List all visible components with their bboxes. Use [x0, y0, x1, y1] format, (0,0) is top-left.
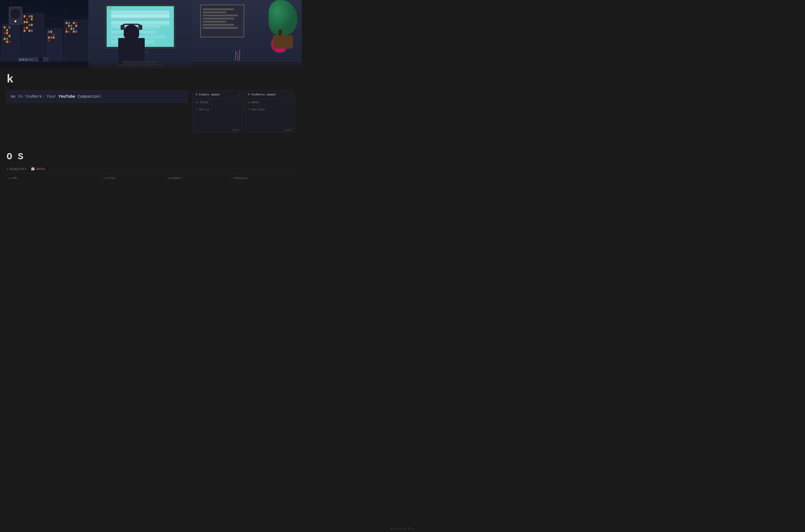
desk-panel	[192, 0, 302, 69]
hero-banner: 🕐	[0, 0, 302, 69]
city-panel: 🕐	[0, 0, 88, 69]
playlist-col-label: Playlist	[235, 177, 248, 180]
videos-aa-icon: Aa	[195, 101, 198, 104]
welcome-after: Companion!	[75, 94, 102, 99]
url-col-icon: Aa	[9, 177, 12, 179]
page-title: k	[7, 73, 295, 86]
character-panel	[88, 0, 192, 69]
welcome-block: me to YouMark: Your YouTube Companion!	[7, 90, 188, 143]
youmarks-note-field: Aa Note	[245, 99, 295, 106]
page-title-section: k	[0, 69, 302, 88]
videos-hash-icon: #	[195, 93, 197, 97]
title-col-label: Title	[107, 177, 115, 180]
videos-empty-row-2	[195, 120, 239, 126]
videos-db-header[interactable]: # Videos added ∨	[192, 91, 243, 99]
videos-empty-rows	[192, 113, 243, 128]
cat-silhouette	[38, 56, 44, 61]
youmarks-empty-row-1	[248, 115, 292, 120]
playlist-col-icon: ≡	[233, 177, 234, 179]
col-youmark: ⊞ YouMark	[166, 175, 231, 181]
dates-tab-label: dates	[36, 167, 45, 171]
desk-tools	[235, 50, 240, 62]
youmark-col-icon: ⊞	[168, 177, 170, 180]
videos-db-title: Videos added	[199, 93, 219, 96]
playlists-tab-label: playlists	[10, 167, 26, 171]
welcome-before: me to YouMark: Your	[11, 94, 59, 99]
col-title: Aa Title	[101, 175, 166, 181]
videos-new-page-label: + New pa	[195, 108, 209, 111]
youmarks-db-header[interactable]: # YouMarks added ∨	[245, 91, 295, 99]
filter-tabs: ≡ playlists 📅 dates	[7, 165, 295, 173]
filter-tab-dates[interactable]: 📅 dates	[31, 166, 45, 172]
youmarks-field-name: Note	[252, 101, 259, 104]
videos-database: # Videos added ∨ Aa Title + New pa COUNT	[192, 90, 243, 133]
youmark-col-label: YouMark	[171, 177, 181, 180]
welcome-content-area	[7, 103, 188, 143]
dates-tab-icon: 📅	[31, 167, 35, 171]
youtube-highlight: YouTube	[59, 94, 75, 99]
youmarks-hash-icon: #	[248, 93, 250, 97]
videos-field-name: Title	[200, 101, 208, 104]
pixel-scene: 🕐	[0, 0, 302, 69]
col-url: Aa URL	[7, 175, 101, 181]
youmarks-count-label: COUNT	[245, 128, 295, 132]
col-playlist: ≡ Playlist	[230, 175, 295, 181]
videos-title-field: Aa Title	[192, 99, 243, 106]
videos-empty-row-1	[195, 115, 239, 120]
youmarks-new-page-button[interactable]: + New page	[245, 106, 295, 113]
playlists-tab-icon: ≡	[7, 167, 8, 171]
videos-count-label: COUNT	[192, 128, 243, 132]
title-col-icon: Aa	[103, 177, 106, 179]
section-title: O S	[7, 152, 295, 162]
youmarks-aa-icon: Aa	[248, 101, 251, 104]
youmarks-db-chevron[interactable]: ∨	[290, 93, 292, 96]
youmarks-empty-row-2	[248, 120, 292, 126]
bonsai-tree	[266, 0, 300, 49]
filter-tab-playlists[interactable]: ≡ playlists	[7, 166, 26, 172]
url-col-label: URL	[13, 177, 17, 180]
small-monitor	[200, 4, 244, 38]
table-columns-preview: Aa URL Aa Title ⊞ YouMark ≡ Playlist	[7, 175, 295, 181]
youmarks-database: # YouMarks added ∨ Aa Note + New page CO…	[245, 90, 295, 133]
youmarks-db-title: YouMarks added	[251, 93, 275, 96]
clock-tower: 🕐	[9, 7, 22, 24]
database-tables: # Videos added ∨ Aa Title + New pa COUNT	[192, 90, 295, 133]
content-area: me to YouMark: Your YouTube Companion! #…	[0, 88, 302, 145]
youmarks-new-page-label: + New page	[248, 108, 265, 111]
videos-db-chevron[interactable]: ∨	[238, 93, 239, 96]
lower-section: O S ≡ playlists 📅 dates Aa URL Aa Title	[0, 145, 302, 181]
videos-new-page-button[interactable]: + New pa	[192, 106, 243, 113]
youmarks-empty-rows	[245, 113, 295, 128]
welcome-text: me to YouMark: Your YouTube Companion!	[7, 90, 188, 103]
notion-page: k me to YouMark: Your YouTube Companion!…	[0, 69, 302, 201]
